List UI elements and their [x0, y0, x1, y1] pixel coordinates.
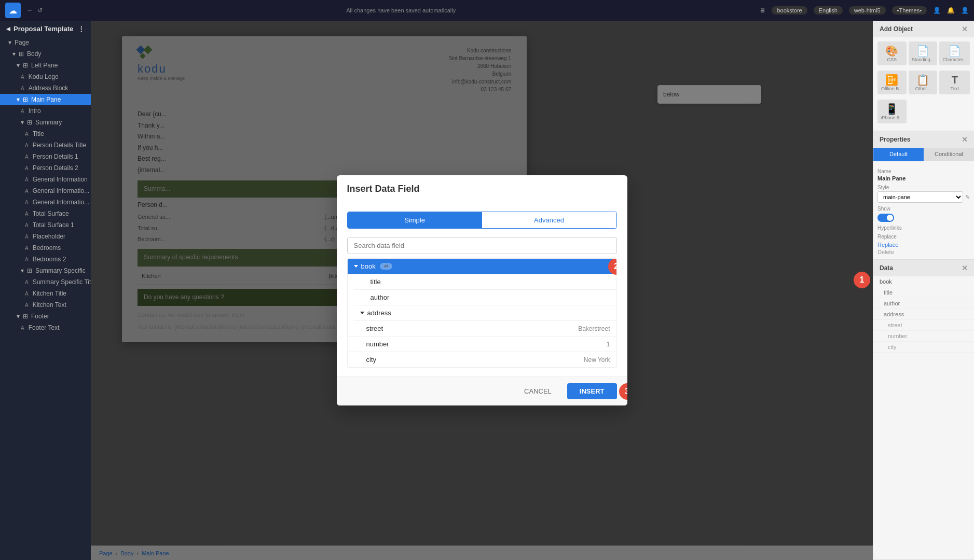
style-edit-icon[interactable]: ✎ — [965, 194, 970, 201]
tab-advanced[interactable]: Advanced — [482, 212, 616, 228]
add-object-item-text[interactable]: T Text — [939, 71, 970, 94]
book-expand-icon — [354, 265, 358, 268]
summary-specific-chevron: ▾ — [21, 267, 24, 274]
tree-row-author[interactable]: author — [354, 290, 616, 305]
sidebar-item-label: Bedrooms 2 — [33, 256, 66, 263]
tree-row-title[interactable]: title — [354, 274, 616, 290]
show-toggle[interactable] — [877, 214, 970, 222]
style-select[interactable]: main-pane — [877, 191, 963, 203]
sidebar-item-kitchen-text[interactable]: A Kitchen Text — [0, 299, 91, 311]
sidebar-item-label: Main Pane — [31, 96, 61, 103]
data-item-number[interactable]: number — [873, 331, 974, 342]
tree-number-label: number — [366, 340, 389, 348]
back-icon[interactable]: ← — [27, 7, 33, 14]
refresh-icon[interactable]: ↺ — [37, 7, 43, 14]
add-object-item-css[interactable]: 🎨 CSS — [877, 41, 907, 65]
topbar-right: 🖥 bookstore English web-html5 •Themes• 👤… — [759, 6, 969, 15]
tab-simple[interactable]: Simple — [348, 212, 482, 228]
sidebar-item-label: Body — [27, 50, 41, 58]
sidebar-item-footer[interactable]: ▾ ⊞ Footer — [0, 311, 91, 322]
tree-row-city[interactable]: city New York — [348, 352, 616, 368]
sidebar-item-footer-text[interactable]: A Footer Text — [0, 322, 91, 333]
sidebar-item-page[interactable]: ▾ Page — [0, 37, 91, 48]
sidebar-collapse-icon[interactable]: ◀ — [6, 26, 10, 32]
sidebar-item-placeholder[interactable]: A Placeholder — [0, 231, 91, 242]
user-icon[interactable]: 👤 — [933, 7, 941, 14]
add-object-close-icon[interactable]: ✕ — [962, 25, 968, 33]
bookstore-selector[interactable]: bookstore — [772, 6, 807, 15]
sidebar-item-general-informatio-1[interactable]: A General Informatio... — [0, 185, 91, 197]
app-logo[interactable]: ☁ — [5, 3, 21, 18]
platform-selector[interactable]: web-html5 — [849, 6, 886, 15]
kitchen-title-icon: A — [25, 291, 29, 297]
tree-row-number[interactable]: number 1 — [348, 337, 616, 352]
sidebar-item-kitchen-title[interactable]: A Kitchen Title — [0, 288, 91, 299]
tree-street-label: street — [366, 325, 383, 332]
sidebar-item-total-surface-1[interactable]: A Total Surface 1 — [0, 219, 91, 231]
sidebar-item-bedrooms-2[interactable]: A Bedrooms 2 — [0, 254, 91, 265]
main-pane-chevron: ▾ — [17, 96, 20, 103]
tab-conditional[interactable]: Conditional — [924, 148, 974, 161]
sidebar-item-total-surface[interactable]: A Total Surface — [0, 208, 91, 219]
data-item-title[interactable]: title — [873, 287, 974, 298]
sidebar-item-kodu-logo[interactable]: A Kodu Logo — [0, 71, 91, 82]
modal-tabs: Simple Advanced — [347, 212, 617, 229]
modal-header: Insert Data Field — [337, 175, 627, 203]
sidebar-item-summary[interactable]: ▾ ⊞ Summary — [0, 117, 91, 128]
tab-default[interactable]: Default — [873, 148, 924, 161]
sidebar-item-main-pane[interactable]: ▾ ⊞ Main Pane — [0, 94, 91, 105]
add-object-item-offline[interactable]: 📴 Offline B... — [877, 71, 907, 94]
add-object-item-standing[interactable]: 📄 Standing... — [909, 41, 938, 65]
tree-row-street[interactable]: street Bakerstreet — [348, 321, 616, 337]
language-selector[interactable]: English — [814, 6, 843, 15]
cancel-button[interactable]: CANCEL — [514, 383, 562, 399]
sidebar-item-summary-specific[interactable]: ▾ ⊞ Summary Specific — [0, 265, 91, 276]
sidebar-item-label: Kitchen Title — [33, 290, 66, 297]
delete-link[interactable]: Delete — [877, 249, 970, 255]
themes-selector[interactable]: •Themes• — [892, 6, 927, 15]
tree-city-value: New York — [584, 356, 610, 363]
data-item-book[interactable]: book — [873, 276, 974, 287]
data-item-street[interactable]: street — [873, 320, 974, 331]
data-field-search[interactable] — [347, 237, 617, 254]
step2-badge: 2 — [608, 258, 617, 275]
sidebar-item-label: Person Details Title — [33, 142, 86, 149]
sidebar-item-label: Page — [15, 39, 29, 46]
sidebar-item-summary-specific-title[interactable]: A Summary Specific Title — [0, 276, 91, 288]
sidebar-item-address-block[interactable]: A Address Block — [0, 82, 91, 94]
tree-row-book[interactable]: book ⇄ 2 — [348, 259, 616, 274]
sidebar-item-label: Total Surface 1 — [33, 221, 74, 229]
add-object-item-other[interactable]: 📋 Other... — [909, 71, 938, 94]
sidebar-item-person-details-1[interactable]: A Person Details 1 — [0, 151, 91, 162]
data-item-address[interactable]: address — [873, 309, 974, 320]
sidebar-item-general-informatio-2[interactable]: A General Informatio... — [0, 197, 91, 208]
insert-button[interactable]: INSERT — [567, 383, 617, 399]
properties-close-icon[interactable]: ✕ — [962, 135, 968, 144]
name-value: Main Pane — [877, 175, 970, 181]
tree-row-address[interactable]: address — [354, 305, 616, 321]
sidebar-item-person-details-2[interactable]: A Person Details 2 — [0, 162, 91, 174]
data-item-city[interactable]: city — [873, 342, 974, 353]
sidebar-item-general-information[interactable]: A General Information — [0, 174, 91, 185]
replace-link[interactable]: Replace — [877, 242, 970, 248]
sidebar-item-person-details-title[interactable]: A Person Details Title — [0, 139, 91, 151]
sidebar-item-intro[interactable]: A Intro — [0, 105, 91, 117]
add-object-title: Add Object — [880, 25, 913, 33]
data-panel: Data ✕ book title author address street … — [873, 260, 974, 560]
data-panel-close-icon[interactable]: ✕ — [962, 264, 968, 272]
show-toggle-switch[interactable] — [877, 214, 894, 222]
sidebar-item-bedrooms[interactable]: A Bedrooms — [0, 242, 91, 254]
sidebar-item-left-pane[interactable]: ▾ ⊞ Left Pane — [0, 60, 91, 71]
notifications-icon[interactable]: 🔔 — [947, 7, 955, 14]
add-object-item-character[interactable]: 📄 Character... — [939, 41, 970, 65]
data-item-author[interactable]: author — [873, 298, 974, 309]
sidebar-item-body[interactable]: ▾ ⊞ Body — [0, 48, 91, 60]
monitor-icon[interactable]: 🖥 — [759, 7, 765, 14]
tree-title-label: title — [371, 278, 381, 286]
add-object-item-iphone[interactable]: 📱 iPhone 6... — [877, 100, 907, 123]
avatar[interactable]: 👤 — [961, 7, 969, 14]
sidebar-item-title[interactable]: A Title — [0, 128, 91, 139]
main-pane-section-icon: ⊞ — [23, 96, 28, 103]
modal-title: Insert Data Field — [347, 184, 617, 194]
sidebar-options-icon[interactable]: ⋮ — [78, 25, 85, 33]
